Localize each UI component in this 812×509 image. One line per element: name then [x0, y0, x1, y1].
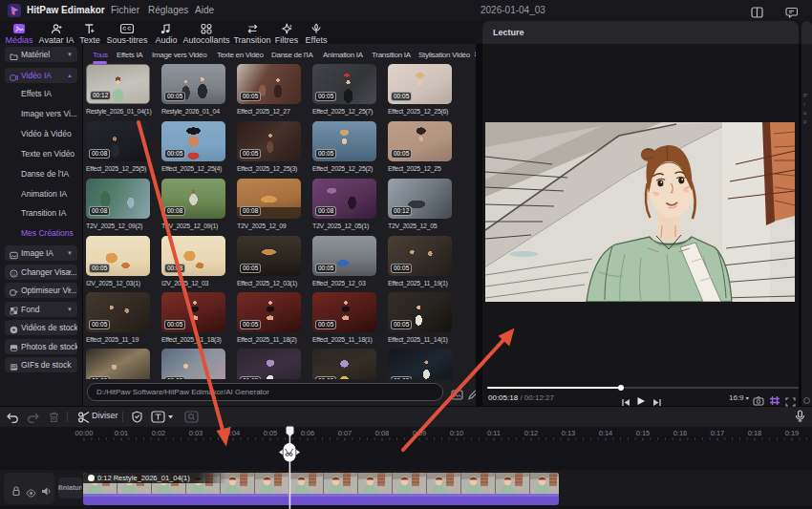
svg-text:0:08: 0:08 — [375, 429, 390, 437]
svg-text:0:03: 0:03 — [189, 429, 203, 437]
svg-text:0:01: 0:01 — [115, 429, 129, 437]
svg-text:0:04: 0:04 — [226, 429, 241, 437]
svg-text:00:00: 00:00 — [75, 429, 94, 437]
svg-text:0:18: 0:18 — [748, 429, 762, 437]
svg-text:0:09: 0:09 — [413, 429, 427, 437]
svg-text:0:14: 0:14 — [599, 429, 613, 437]
svg-text:0:11: 0:11 — [487, 429, 501, 437]
svg-text:0:07: 0:07 — [338, 429, 353, 437]
svg-text:0:06: 0:06 — [301, 429, 315, 437]
svg-text:0:17: 0:17 — [711, 429, 725, 437]
svg-text:0:19: 0:19 — [785, 429, 800, 437]
svg-text:0:10: 0:10 — [450, 429, 464, 437]
svg-text:GIF: GIF — [11, 365, 18, 370]
svg-text:0:02: 0:02 — [152, 429, 166, 437]
svg-text:0:16: 0:16 — [673, 429, 688, 437]
svg-text:0:12: 0:12 — [524, 429, 539, 437]
svg-text:0:15: 0:15 — [636, 429, 651, 437]
svg-text:0:05: 0:05 — [264, 429, 278, 437]
svg-text:0:13: 0:13 — [562, 429, 576, 437]
